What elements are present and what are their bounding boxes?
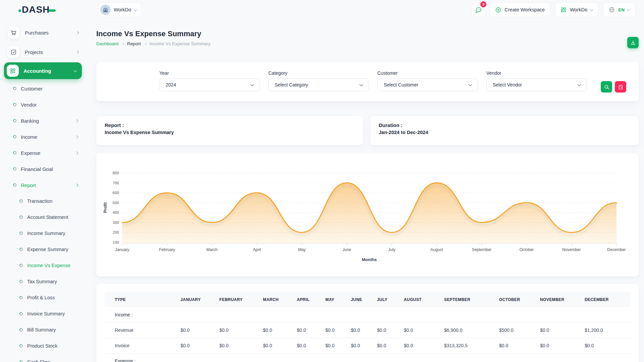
- sidebar-item-label: Income Summary: [27, 231, 78, 236]
- apply-filter-button[interactable]: [601, 81, 612, 93]
- sidebar-item-income-summary[interactable]: Income Summary: [0, 225, 86, 241]
- breadcrumb-item-report[interactable]: Report: [127, 41, 141, 46]
- sidebar-item-report[interactable]: Report: [0, 177, 86, 193]
- sidebar-item-product-stock[interactable]: Product Stock: [0, 338, 86, 354]
- bullet-icon: [12, 86, 17, 91]
- sidebar-item-label: Transaction: [27, 198, 78, 204]
- download-button[interactable]: [627, 37, 639, 48]
- building-icon: [100, 5, 111, 15]
- svg-text:March: March: [206, 247, 217, 252]
- sidebar-item-invoice-summary[interactable]: Invoice Summary: [0, 306, 86, 322]
- sidebar-item-cash-flow[interactable]: Cash Flow: [0, 354, 86, 362]
- chevron-down-icon: [134, 8, 137, 11]
- sidebar-item-accounting[interactable]: Accounting: [4, 62, 82, 79]
- sidebar-item-label: Bill Summary: [27, 327, 78, 333]
- chevron-down-icon: [250, 82, 254, 86]
- cell-value: $0.0: [321, 322, 347, 338]
- sidebar-item-financial-goal[interactable]: Financial Goal: [0, 161, 86, 177]
- column-header-type: TYPE: [104, 292, 176, 307]
- sidebar-item-banking[interactable]: Banking: [0, 113, 86, 129]
- cell-value: $0.0: [373, 322, 400, 338]
- reset-filter-button[interactable]: [615, 81, 626, 93]
- create-workspace-button[interactable]: Create Workspace: [489, 2, 550, 17]
- sidebar-item-bill-summary[interactable]: Bill Summary: [0, 322, 86, 338]
- sidebar-item-label: Projects: [25, 49, 76, 55]
- app-logo[interactable]: DASH: [18, 4, 56, 15]
- svg-text:January: January: [115, 247, 129, 252]
- column-header-february: FEBRUARY: [215, 292, 259, 307]
- selected-value: Select Vendor: [493, 82, 578, 87]
- sidebar-item-label: Banking: [21, 118, 75, 124]
- cell-value: $6,900.0: [440, 322, 495, 338]
- workspace-selector[interactable]: WorkDo: [98, 2, 142, 17]
- sidebar-item-tax-summary[interactable]: Tax Summary: [0, 274, 86, 290]
- cell-value: $0.0: [259, 338, 293, 353]
- cell-value: $0.0: [400, 322, 440, 338]
- column-header-november: NOVEMBER: [536, 292, 581, 307]
- sidebar-item-income-vs-expense[interactable]: Income Vs Expense: [0, 257, 86, 274]
- column-header-june: JUNE: [347, 292, 373, 307]
- summary-cards-row: Report : Income Vs Expense Summary Durat…: [96, 116, 639, 145]
- table-row-invoice: Invoice$0.0$0.0$0.0$0.0$0.0$0.0$0.0$0.0$…: [104, 338, 631, 353]
- chevron-right-icon: [75, 135, 78, 138]
- cell-value: $0.0: [347, 322, 373, 338]
- sidebar-item-customer[interactable]: Customer: [0, 80, 86, 97]
- sidebar-item-expense[interactable]: Expense: [0, 145, 86, 161]
- sidebar-item-label: Financial Goal: [21, 166, 78, 172]
- svg-text:August: August: [430, 247, 443, 252]
- bullet-icon: [12, 150, 17, 155]
- cell-value: $0.0: [581, 338, 631, 353]
- logo-area: DASH: [0, 4, 86, 15]
- sidebar-item-purchases[interactable]: Purchases: [0, 23, 86, 42]
- year-select[interactable]: 2024: [159, 78, 260, 91]
- app-selector[interactable]: WorkDo: [555, 2, 598, 17]
- vendor-select[interactable]: Select Vendor: [486, 78, 587, 91]
- svg-text:May: May: [298, 247, 306, 252]
- cell-value: $0.0: [176, 338, 215, 353]
- sidebar-item-label: Income: [21, 134, 75, 140]
- sidebar-item-transaction[interactable]: Transaction: [0, 193, 86, 209]
- report-card: Report : Income Vs Expense Summary: [96, 116, 363, 145]
- language-selector[interactable]: EN: [603, 2, 636, 17]
- clipboard-off-icon: [618, 84, 624, 90]
- sidebar-item-account-statement[interactable]: Account Statement: [0, 209, 86, 225]
- table-section-income: Income :: [104, 307, 631, 322]
- cell-value: $0.0: [321, 338, 347, 353]
- logo-dot: [18, 9, 21, 12]
- sidebar-item-label: Cash Flow: [27, 359, 78, 362]
- app-selector-label: WorkDo: [570, 7, 587, 12]
- sidebar-item-expense-summary[interactable]: Expense Summary: [0, 241, 86, 257]
- chevron-right-icon: [76, 50, 79, 54]
- chevron-right-icon: [76, 31, 79, 34]
- cell-value: $1,200.0: [581, 322, 631, 338]
- sidebar-item-vendor[interactable]: Vendor: [0, 97, 86, 113]
- sidebar-item-label: Expense: [21, 150, 75, 156]
- search-icon: [604, 84, 609, 90]
- grid-plus-icon: [7, 65, 19, 77]
- create-workspace-label: Create Workspace: [504, 7, 545, 12]
- sidebar-item-profit-loss[interactable]: Profit & Loss: [0, 290, 86, 306]
- summary-table-card: TYPEJANUARYFEBRUARYMARCHAPRILMAYJUNEJULY…: [96, 284, 639, 362]
- profit-area-fill: [122, 183, 616, 244]
- sidebar-item-label: Tax Summary: [27, 279, 78, 284]
- topbar-right: 0 Create Workspace WorkDo EN: [472, 2, 644, 17]
- breadcrumb-item-dashboard[interactable]: Dashboard: [96, 41, 118, 46]
- bullet-icon: [19, 247, 23, 252]
- column-header-january: JANUARY: [176, 292, 215, 307]
- cell-value: $0.0: [373, 338, 400, 353]
- category-select[interactable]: Select Category: [268, 78, 369, 91]
- messages-button[interactable]: 0: [472, 3, 485, 16]
- customer-select[interactable]: Select Customer: [377, 78, 478, 91]
- chevron-right-icon: [75, 151, 78, 155]
- globe-icon: [608, 6, 615, 13]
- table-row-revenue: Revenue$0.0$0.0$0.0$0.0$0.0$0.0$0.0$0.0$…: [104, 322, 631, 338]
- chevron-down-icon: [590, 8, 593, 11]
- row-type-label: Invoice: [104, 338, 176, 353]
- chevron-right-icon: [144, 42, 146, 45]
- sidebar-item-projects[interactable]: Projects: [0, 42, 86, 62]
- chevron-down-icon: [627, 8, 631, 11]
- bullet-icon: [19, 295, 23, 300]
- sidebar-item-income[interactable]: Income: [0, 129, 86, 145]
- duration-label: Duration :: [379, 122, 630, 128]
- bullet-icon: [12, 167, 17, 171]
